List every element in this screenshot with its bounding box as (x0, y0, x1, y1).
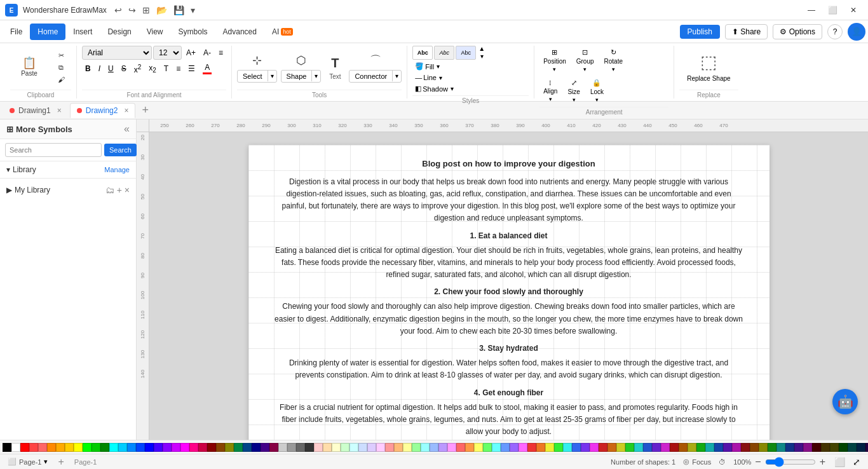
color-swatch[interactable] (839, 443, 848, 452)
color-swatch[interactable] (634, 443, 643, 452)
color-swatch[interactable] (172, 443, 180, 452)
color-swatch[interactable] (581, 443, 590, 452)
zoom-slider[interactable] (765, 457, 816, 467)
color-swatch[interactable] (118, 443, 127, 452)
connector-button[interactable]: ⌒ (365, 52, 386, 69)
color-swatch[interactable] (803, 443, 812, 452)
color-swatch[interactable] (385, 443, 394, 452)
color-swatch[interactable] (3, 443, 11, 452)
maximize-button[interactable]: ⬜ (822, 4, 844, 16)
color-swatch[interactable] (412, 443, 421, 452)
color-swatch[interactable] (367, 443, 376, 452)
color-swatch[interactable] (563, 443, 572, 452)
color-swatch[interactable] (607, 443, 616, 452)
color-swatch[interactable] (252, 443, 261, 452)
menu-design[interactable]: Design (100, 24, 139, 40)
color-swatch[interactable] (314, 443, 323, 452)
options-button[interactable]: ⚙ Options (773, 24, 822, 39)
color-swatch[interactable] (403, 443, 412, 452)
expand-button[interactable]: ⤢ (853, 457, 860, 467)
copy-button[interactable]: ⧉ (51, 62, 71, 73)
color-swatch[interactable] (652, 443, 661, 452)
color-swatch[interactable] (759, 443, 768, 452)
color-swatch[interactable] (510, 443, 519, 452)
my-library-add-button[interactable]: + (117, 185, 122, 195)
group-button[interactable]: ⊡ Group ▾ (573, 46, 598, 75)
menu-advanced[interactable]: Advanced (215, 24, 264, 40)
color-swatch[interactable] (47, 443, 56, 452)
font-size-select[interactable]: 12 (153, 46, 182, 60)
color-swatch[interactable] (714, 443, 723, 452)
color-swatch[interactable] (465, 443, 474, 452)
subscript-button[interactable]: x2 (146, 62, 159, 75)
menu-ai[interactable]: AI hot (264, 24, 301, 40)
color-swatch[interactable] (848, 443, 857, 452)
color-swatch[interactable] (394, 443, 403, 452)
tab-drawing1[interactable]: Drawing1 × (3, 103, 69, 118)
underline-button[interactable]: U (105, 63, 117, 74)
color-swatch[interactable] (741, 443, 750, 452)
color-swatch[interactable] (474, 443, 483, 452)
save-button[interactable]: 💾 (171, 4, 187, 17)
select-button[interactable]: ⊹ (247, 52, 267, 69)
format-paint-button[interactable]: 🖌 (51, 74, 71, 85)
color-swatch[interactable] (145, 443, 154, 452)
color-swatch[interactable] (732, 443, 741, 452)
add-page-button[interactable]: + (58, 456, 64, 468)
share-button[interactable]: ⬆ Share (725, 24, 768, 39)
color-swatch[interactable] (590, 443, 599, 452)
color-swatch[interactable] (358, 443, 367, 452)
shape-dropdown-button[interactable]: ▾ (311, 71, 320, 81)
bold-button[interactable]: B (82, 63, 94, 74)
color-swatch[interactable] (323, 443, 332, 452)
menu-view[interactable]: View (139, 24, 171, 40)
color-swatch[interactable] (216, 443, 225, 452)
color-swatch[interactable] (74, 443, 83, 452)
search-button[interactable]: Search (104, 144, 137, 156)
connector-dropdown-button[interactable]: ▾ (392, 71, 401, 81)
page-dropdown-button[interactable]: ▾ (44, 458, 48, 466)
menu-home[interactable]: Home (30, 24, 65, 40)
search-input[interactable] (5, 143, 102, 157)
color-swatch[interactable] (705, 443, 714, 452)
styles-down-button[interactable]: ▾ (478, 53, 485, 60)
color-swatch[interactable] (438, 443, 447, 452)
color-swatch[interactable] (305, 443, 314, 452)
my-library-header[interactable]: ▶ My Library 🗂 + × (6, 182, 130, 198)
color-swatch[interactable] (29, 443, 38, 452)
color-swatch[interactable] (723, 443, 732, 452)
color-swatch[interactable] (296, 443, 305, 452)
color-swatch[interactable] (545, 443, 554, 452)
connector-main-button[interactable]: Connector (349, 71, 392, 82)
color-swatch[interactable] (599, 443, 607, 452)
color-swatch[interactable] (332, 443, 341, 452)
cut-button[interactable]: ✂ (51, 50, 71, 61)
my-library-close-button[interactable]: × (125, 185, 130, 195)
color-swatch[interactable] (225, 443, 234, 452)
tab-close-drawing2[interactable]: × (124, 106, 128, 115)
menu-file[interactable]: File (3, 24, 30, 40)
chatbot-button[interactable]: 🤖 (832, 389, 858, 414)
new-button[interactable]: ⊞ (140, 4, 153, 17)
redo-button[interactable]: ↪ (126, 4, 139, 17)
superscript-button[interactable]: x2 (131, 62, 145, 76)
color-swatch[interactable] (109, 443, 118, 452)
color-swatch[interactable] (376, 443, 385, 452)
list-button[interactable]: ☰ (185, 63, 198, 74)
color-swatch[interactable] (243, 443, 252, 452)
color-swatch[interactable] (198, 443, 207, 452)
color-swatch[interactable] (38, 443, 47, 452)
color-swatch[interactable] (100, 443, 109, 452)
lock-button[interactable]: 🔒 Lock ▾ (587, 76, 607, 105)
minimize-button[interactable]: — (801, 4, 822, 16)
align-button[interactable]: ≡ (215, 47, 226, 58)
color-swatch[interactable] (492, 443, 501, 452)
open-button[interactable]: 📂 (154, 4, 170, 17)
font-increase-button[interactable]: A+ (183, 47, 199, 58)
tab-drawing2[interactable]: Drawing2 × (70, 103, 136, 118)
tab-close-drawing1[interactable]: × (57, 106, 62, 115)
manage-button[interactable]: Manage (104, 166, 130, 173)
color-swatch[interactable] (865, 443, 868, 452)
undo-button[interactable]: ↩ (112, 4, 125, 17)
shape-icon-button[interactable]: ⬡ (291, 52, 311, 69)
